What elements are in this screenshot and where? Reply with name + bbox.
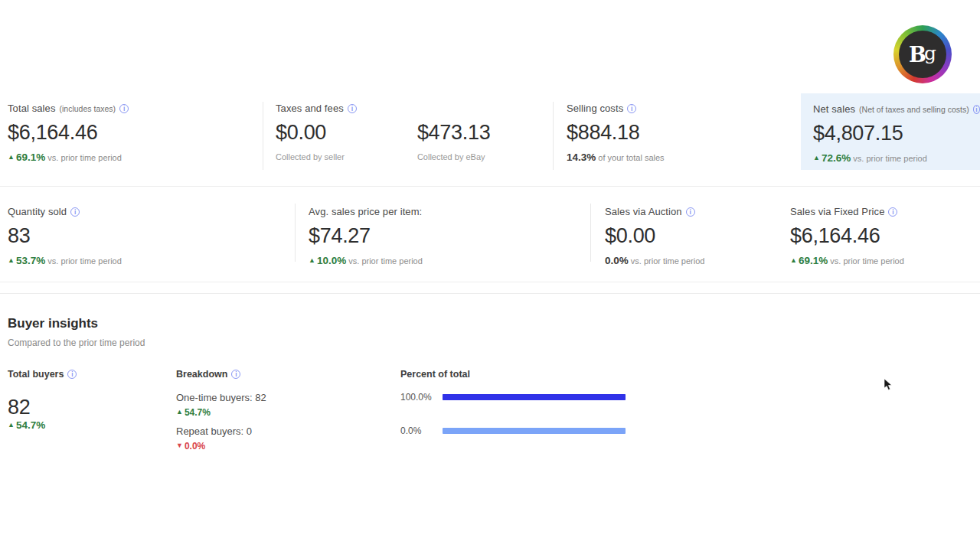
- breakdown-row-repeat: Repeat buyers: 0: [176, 425, 252, 437]
- quantity-sold-value: 83: [8, 224, 122, 248]
- total-sales-trend-note: vs. prior time period: [47, 153, 122, 162]
- divider-row1-1: [263, 102, 263, 170]
- mouse-cursor-icon: [884, 378, 893, 392]
- up-arrow-icon: ▲: [790, 256, 797, 264]
- up-arrow-icon: ▲: [8, 256, 15, 264]
- up-arrow-icon: ▲: [176, 408, 183, 416]
- taxes-fees-info-icon[interactable]: i: [348, 104, 357, 113]
- auction-label: Sales via Auction: [605, 206, 682, 217]
- auction-value: $0.00: [605, 224, 704, 248]
- quantity-sold-trend-note: vs. prior time period: [47, 256, 122, 266]
- up-arrow-icon: ▲: [813, 154, 820, 161]
- buyer-insights-title: Buyer insights: [8, 316, 98, 331]
- total-buyers-trend-value: 54.7%: [16, 419, 45, 431]
- breakdown-one-time-trend-value: 54.7%: [185, 407, 211, 418]
- taxes-seller-value: $0.00: [276, 121, 345, 145]
- net-sales-note: (Net of taxes and selling costs): [859, 105, 969, 114]
- taxes-fees-label: Taxes and fees: [276, 103, 344, 114]
- divider-section-1: [0, 282, 980, 282]
- total-sales-value: $6,164.46: [8, 121, 129, 145]
- auction-pct: 0.0%: [605, 255, 629, 266]
- quantity-sold-trend: 53.7%: [16, 255, 45, 266]
- taxes-seller-note: Collected by seller: [276, 152, 345, 161]
- logo-letter-g: g: [924, 42, 936, 64]
- card-total-sales: Total sales (includes taxes) i $6,164.46…: [8, 103, 129, 163]
- breakdown-header-label: Breakdown: [176, 369, 227, 380]
- breakdown-header: Breakdown i: [176, 369, 240, 380]
- avg-price-trend: 10.0%: [317, 255, 346, 266]
- taxes-ebay-value: $473.13: [417, 121, 491, 145]
- selling-costs-pct: 14.3%: [567, 152, 596, 163]
- selling-costs-pct-note: of your total sales: [598, 153, 664, 162]
- net-sales-info-icon[interactable]: i: [973, 105, 980, 114]
- percent-repeat-bar: [443, 428, 626, 434]
- fixed-price-label: Sales via Fixed Price: [790, 206, 884, 217]
- buyer-insights-subtitle: Compared to the prior time period: [8, 337, 145, 348]
- card-taxes-and-fees: Taxes and fees i $0.00 Collected by sell…: [276, 103, 490, 161]
- total-sales-note: (includes taxes): [60, 104, 116, 113]
- card-avg-sales-price: Avg. sales price per item: $74.27 ▲10.0%…: [309, 206, 423, 266]
- bg-watermark-logo: B g: [893, 25, 952, 83]
- taxes-seller-block: $0.00 Collected by seller: [276, 114, 345, 161]
- fixed-price-trend: 69.1%: [799, 255, 828, 266]
- auction-info-icon[interactable]: i: [686, 207, 695, 217]
- breakdown-one-time-trend: ▲54.7%: [176, 407, 211, 418]
- total-buyers-trend: ▲54.7%: [8, 419, 45, 431]
- card-selling-costs: Selling costs i $884.18 14.3% of your to…: [567, 103, 665, 163]
- total-buyers-header-label: Total buyers: [8, 369, 64, 380]
- percent-one-time-bar: [443, 394, 626, 400]
- up-arrow-icon: ▲: [8, 421, 15, 429]
- fixed-price-trend-note: vs. prior time period: [830, 256, 904, 266]
- divider-section-2: [0, 293, 980, 294]
- total-buyers-info-icon[interactable]: i: [67, 370, 77, 379]
- fixed-price-info-icon[interactable]: i: [888, 207, 897, 217]
- avg-price-label: Avg. sales price per item:: [309, 206, 422, 217]
- selling-costs-value: $884.18: [567, 121, 665, 145]
- divider-row2-2: [590, 204, 591, 262]
- net-sales-label: Net sales: [813, 103, 855, 115]
- seller-hub-performance-page: B g Total sales (includes taxes) i $6,16…: [0, 0, 980, 551]
- quantity-sold-label: Quantity sold: [8, 206, 67, 217]
- percent-of-total-header: Percent of total: [400, 369, 470, 380]
- percent-one-time-label: 100.0%: [400, 392, 432, 403]
- selling-costs-label: Selling costs: [567, 103, 623, 114]
- avg-price-value: $74.27: [309, 224, 423, 248]
- percent-repeat-label: 0.0%: [400, 425, 421, 436]
- total-sales-trend: 69.1%: [16, 152, 45, 163]
- bg-logo-inner: B g: [899, 31, 946, 78]
- selling-costs-info-icon[interactable]: i: [627, 104, 636, 113]
- total-sales-info-icon[interactable]: i: [119, 104, 129, 113]
- fixed-price-value: $6,164.46: [790, 224, 904, 248]
- net-sales-trend-note: vs. prior time period: [853, 154, 927, 163]
- divider-below-row1: [0, 186, 980, 187]
- quantity-sold-info-icon[interactable]: i: [70, 207, 80, 217]
- breakdown-row-one-time: One-time buyers: 82: [176, 392, 266, 403]
- auction-pct-note: vs. prior time period: [631, 256, 705, 266]
- divider-row1-2: [553, 102, 554, 170]
- avg-price-trend-note: vs. prior time period: [348, 256, 423, 266]
- down-arrow-icon: ▼: [176, 442, 183, 449]
- total-buyers-header: Total buyers i: [8, 369, 77, 380]
- breakdown-repeat-trend-value: 0.0%: [185, 441, 205, 452]
- up-arrow-icon: ▲: [8, 153, 15, 161]
- divider-row2-1: [295, 204, 296, 262]
- card-quantity-sold: Quantity sold i 83 ▲53.7% vs. prior time…: [8, 206, 122, 266]
- net-sales-value: $4,807.15: [813, 122, 980, 145]
- percent-one-time-bar-fill: [443, 394, 626, 400]
- taxes-ebay-block: $473.13 Collected by eBay: [417, 114, 491, 161]
- net-sales-trend: 72.6%: [822, 152, 851, 164]
- total-buyers-value: 82: [8, 396, 30, 419]
- taxes-ebay-note: Collected by eBay: [417, 152, 491, 161]
- breakdown-repeat-trend: ▼0.0%: [176, 441, 205, 452]
- total-sales-label: Total sales: [8, 103, 56, 114]
- card-sales-via-auction: Sales via Auction i $0.00 0.0% vs. prior…: [605, 206, 704, 266]
- card-net-sales: Net sales (Net of taxes and selling cost…: [801, 93, 980, 170]
- up-arrow-icon: ▲: [309, 256, 315, 264]
- breakdown-info-icon[interactable]: i: [231, 370, 240, 379]
- card-sales-via-fixed-price: Sales via Fixed Price i $6,164.46 ▲69.1%…: [790, 206, 904, 266]
